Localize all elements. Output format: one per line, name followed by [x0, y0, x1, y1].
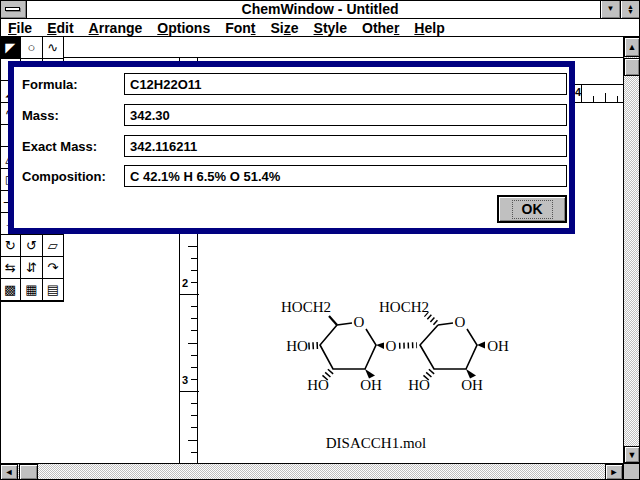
horizontal-scroll-thumb[interactable] [19, 464, 38, 480]
document-top-border [64, 57, 623, 58]
ruler-tick [191, 258, 197, 259]
scroll-up-button[interactable]: ▲ [624, 37, 640, 57]
molecule-filename: DISACCH1.mol [251, 435, 501, 452]
ok-button[interactable]: OK [497, 195, 567, 223]
ruler-tick [180, 294, 199, 295]
menu-bar: FileEditArrangeOptionsFontSizeStyleOther… [0, 19, 640, 37]
rotate-dotted-tool[interactable]: ↺ [21, 235, 42, 257]
ruler-tick [191, 415, 197, 416]
atom-label: O [455, 314, 466, 330]
menu-item-help[interactable]: Help [414, 20, 444, 36]
pattern-tool-2[interactable]: ▦ [21, 279, 42, 301]
restore-button[interactable]: ▲ ▼ [620, 0, 640, 18]
menu-item-style[interactable]: Style [314, 20, 347, 36]
ruler-tick [581, 85, 582, 102]
mass-field[interactable] [124, 104, 567, 126]
scrollbar-corner [623, 463, 640, 480]
atom-label: HOCH2 [379, 299, 429, 315]
menu-item-edit[interactable]: Edit [47, 20, 73, 36]
ruler-tick [605, 93, 606, 102]
menu-item-file[interactable]: File [8, 20, 32, 36]
atom-label: OH [487, 338, 509, 354]
rotate-tool[interactable]: ↻ [0, 235, 21, 257]
ruler-tick [191, 379, 197, 380]
composition-label: Composition: [22, 169, 106, 184]
scroll-right-button[interactable]: ► [605, 464, 623, 480]
ruler-tick [617, 96, 618, 102]
title-bar: ChemWindow - Untitled ▼ ▲ ▼ [0, 0, 640, 19]
minimize-icon: ▼ [607, 5, 615, 13]
restore-down-icon: ▼ [627, 9, 634, 14]
exact-mass-label: Exact Mass: [22, 139, 97, 154]
ruler-number: 2 [182, 277, 188, 289]
vertical-scroll-thumb[interactable] [624, 58, 640, 76]
ring-bonds [320, 316, 477, 369]
ruler-tick [191, 427, 197, 428]
atom-label: O [386, 338, 397, 354]
molecule-drawing: HOCH2 HOCH2 O O O HO HO OH OH HO OH [270, 294, 520, 399]
ruler-tick [188, 343, 197, 344]
menu-item-font[interactable]: Font [225, 20, 255, 36]
scroll-down-button[interactable]: ▼ [624, 446, 640, 463]
ruler-tick [188, 440, 197, 441]
eraser-tool[interactable]: ▱ [43, 235, 64, 257]
pattern-tool-1[interactable]: ▩ [0, 279, 21, 301]
ruler-tick [180, 391, 199, 392]
atom-label: HO [408, 377, 430, 393]
vertical-scrollbar[interactable]: ▲ ▼ [623, 37, 640, 463]
menu-item-size[interactable]: Size [271, 20, 299, 36]
formula-label: Formula: [22, 77, 78, 92]
mass-label: Mass: [22, 108, 59, 123]
ruler-number: 3 [182, 374, 188, 386]
menu-item-arrange[interactable]: Arrange [89, 20, 143, 36]
ruler-tick [191, 270, 197, 271]
atom-label: HO [307, 377, 329, 393]
lasso-tool[interactable]: ○ [21, 37, 42, 59]
wavy-line-tool[interactable]: ∿ [43, 37, 64, 59]
ruler-tick [191, 355, 197, 356]
wedge-bonds [365, 342, 485, 379]
scroll-left-icon: ◄ [5, 467, 14, 477]
ruler-tick [191, 282, 197, 283]
horizontal-scrollbar[interactable]: ◄ ► [0, 463, 623, 480]
composition-field[interactable] [124, 165, 567, 187]
ok-button-label: OK [512, 200, 553, 219]
scroll-up-icon: ▲ [628, 42, 637, 52]
scroll-left-button[interactable]: ◄ [0, 464, 18, 480]
ruler-tick [191, 318, 197, 319]
pattern-tool-3[interactable]: ▤ [43, 279, 64, 301]
ruler-tick [191, 452, 197, 453]
ruler-tick [191, 306, 197, 307]
hash-bonds [308, 314, 436, 379]
scroll-right-icon: ► [610, 467, 619, 477]
select-tool[interactable]: ◤ [0, 37, 21, 59]
ruler-tick [191, 330, 197, 331]
distort-tool[interactable]: ⇆ [0, 257, 21, 279]
ruler-tick [191, 403, 197, 404]
ruler-tick [191, 367, 197, 368]
minimize-button[interactable]: ▼ [600, 0, 620, 18]
exact-mass-field[interactable] [124, 135, 567, 157]
atom-label: HOCH2 [281, 299, 331, 315]
rotate-partial-tool[interactable]: ↷ [43, 257, 64, 279]
scroll-down-icon: ▼ [628, 450, 637, 460]
ruler-tick [593, 96, 594, 102]
ruler-tick [188, 246, 197, 247]
atom-label: OH [360, 377, 382, 393]
window-title: ChemWindow - Untitled [0, 0, 640, 18]
atom-label: O [354, 314, 365, 330]
atom-label: OH [461, 377, 483, 393]
formula-dialog: Formula: Mass: Exact Mass: Composition: … [8, 61, 575, 234]
atom-label: HO [286, 338, 308, 354]
formula-field[interactable] [124, 73, 567, 95]
menu-item-options[interactable]: Options [157, 20, 210, 36]
reflect-tool[interactable]: ⇵ [21, 257, 42, 279]
menu-item-other[interactable]: Other [362, 20, 399, 36]
